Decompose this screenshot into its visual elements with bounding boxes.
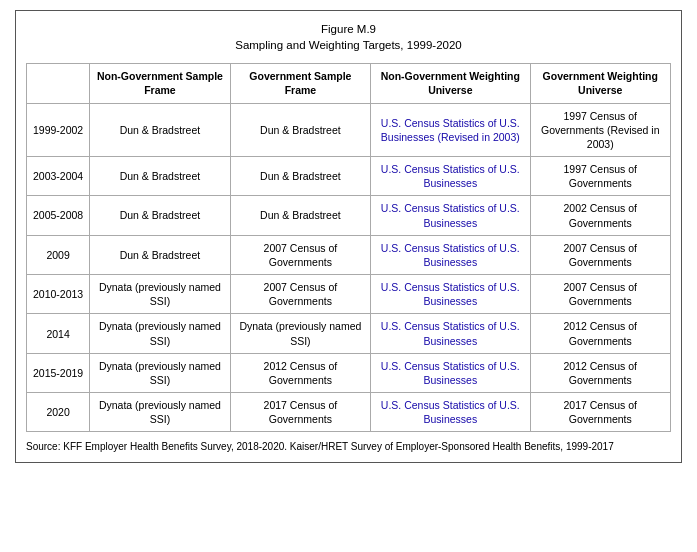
table-cell-ngwu: U.S. Census Statistics of U.S. Businesse… bbox=[371, 157, 530, 196]
table-cell-year: 2009 bbox=[27, 235, 90, 274]
table-cell-year: 2020 bbox=[27, 393, 90, 432]
table-cell-ngsf: Dynata (previously named SSI) bbox=[90, 314, 230, 353]
table-cell-ngsf: Dynata (previously named SSI) bbox=[90, 275, 230, 314]
table-cell-gsf: 2007 Census of Governments bbox=[230, 235, 370, 274]
table-cell-gsf: 2017 Census of Governments bbox=[230, 393, 370, 432]
table-cell-gsf: Dun & Bradstreet bbox=[230, 103, 370, 157]
figure-container: Figure M.9 Sampling and Weighting Target… bbox=[15, 10, 682, 463]
data-table: Non-Government Sample Frame Government S… bbox=[26, 63, 671, 432]
col-header-year bbox=[27, 64, 90, 103]
table-cell-gsf: 2012 Census of Governments bbox=[230, 353, 370, 392]
table-cell-gwu: 1997 Census of Governments bbox=[530, 157, 670, 196]
table-cell-ngsf: Dun & Bradstreet bbox=[90, 157, 230, 196]
table-cell-ngwu: U.S. Census Statistics of U.S. Businesse… bbox=[371, 196, 530, 235]
table-cell-gsf: Dun & Bradstreet bbox=[230, 196, 370, 235]
table-cell-ngwu: U.S. Census Statistics of U.S. Businesse… bbox=[371, 275, 530, 314]
table-cell-ngwu: U.S. Census Statistics of U.S. Businesse… bbox=[371, 393, 530, 432]
table-cell-year: 2015-2019 bbox=[27, 353, 90, 392]
table-cell-ngsf: Dun & Bradstreet bbox=[90, 235, 230, 274]
table-cell-ngsf: Dun & Bradstreet bbox=[90, 103, 230, 157]
table-cell-gsf: Dynata (previously named SSI) bbox=[230, 314, 370, 353]
table-cell-gwu: 2007 Census of Governments bbox=[530, 275, 670, 314]
table-cell-gwu: 2017 Census of Governments bbox=[530, 393, 670, 432]
table-cell-ngwu: U.S. Census Statistics of U.S. Businesse… bbox=[371, 235, 530, 274]
table-cell-gwu: 2002 Census of Governments bbox=[530, 196, 670, 235]
table-cell-ngwu: U.S. Census Statistics of U.S. Businesse… bbox=[371, 314, 530, 353]
col-header-gwu: Government Weighting Universe bbox=[530, 64, 670, 103]
table-cell-year: 2010-2013 bbox=[27, 275, 90, 314]
table-cell-ngwu: U.S. Census Statistics of U.S. Businesse… bbox=[371, 353, 530, 392]
table-cell-ngsf: Dun & Bradstreet bbox=[90, 196, 230, 235]
table-cell-gwu: 2012 Census of Governments bbox=[530, 314, 670, 353]
table-cell-year: 2014 bbox=[27, 314, 90, 353]
table-cell-gsf: 2007 Census of Governments bbox=[230, 275, 370, 314]
figure-title: Figure M.9 Sampling and Weighting Target… bbox=[26, 21, 671, 53]
col-header-ngwu: Non-Government Weighting Universe bbox=[371, 64, 530, 103]
table-cell-ngsf: Dynata (previously named SSI) bbox=[90, 393, 230, 432]
table-cell-ngwu: U.S. Census Statistics of U.S. Businesse… bbox=[371, 103, 530, 157]
table-cell-gsf: Dun & Bradstreet bbox=[230, 157, 370, 196]
table-cell-ngsf: Dynata (previously named SSI) bbox=[90, 353, 230, 392]
col-header-gsf: Government Sample Frame bbox=[230, 64, 370, 103]
table-cell-gwu: 2007 Census of Governments bbox=[530, 235, 670, 274]
col-header-ngsf: Non-Government Sample Frame bbox=[90, 64, 230, 103]
source-note: Source: KFF Employer Health Benefits Sur… bbox=[26, 440, 671, 454]
table-cell-year: 1999-2002 bbox=[27, 103, 90, 157]
table-cell-year: 2003-2004 bbox=[27, 157, 90, 196]
table-cell-gwu: 1997 Census of Governments (Revised in 2… bbox=[530, 103, 670, 157]
table-cell-year: 2005-2008 bbox=[27, 196, 90, 235]
table-cell-gwu: 2012 Census of Governments bbox=[530, 353, 670, 392]
